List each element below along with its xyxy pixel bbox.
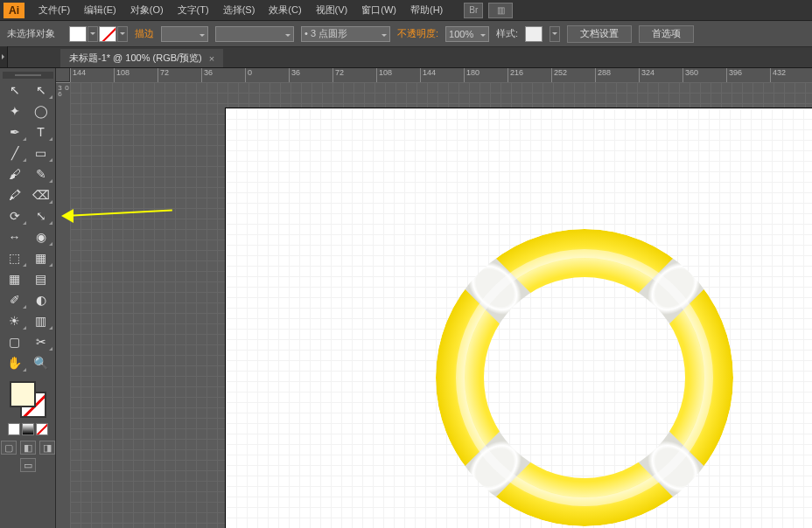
tool-free-transform[interactable]: ◉ xyxy=(29,227,53,247)
tool-magic-wand[interactable]: ✦ xyxy=(3,101,27,121)
color-mode-none[interactable] xyxy=(36,423,48,435)
menu-window[interactable]: 窗口(W) xyxy=(354,3,403,17)
close-icon[interactable]: × xyxy=(209,53,214,64)
tool-width[interactable]: ↔ xyxy=(3,227,27,247)
tool-rectangle[interactable]: ▭ xyxy=(29,143,53,163)
tool-scale[interactable]: ⤡ xyxy=(29,206,53,226)
tool-blend[interactable]: ◐ xyxy=(29,290,53,309)
draw-mode-normal[interactable]: ▢ xyxy=(1,441,17,455)
brush-select[interactable]: • 3 点圆形 xyxy=(301,26,390,42)
control-bar: 未选择对象 描边 • 3 点圆形 不透明度: 100% 样式: 文档设置 首选项 xyxy=(0,21,812,47)
tool-rotate[interactable]: ⟳ xyxy=(3,206,27,226)
panel-toggle[interactable] xyxy=(0,46,8,67)
tool-column-graph[interactable]: ▥ xyxy=(29,311,53,330)
tool-pencil[interactable]: ✎ xyxy=(29,164,53,184)
stroke-swatch[interactable] xyxy=(99,26,116,42)
tool-line[interactable]: ╱ xyxy=(3,143,27,163)
tool-mesh[interactable]: ▦ xyxy=(3,269,27,288)
screen-mode-button[interactable]: ▭ xyxy=(20,458,36,472)
tool-lasso[interactable]: ◯ xyxy=(29,101,53,121)
ruler-horizontal[interactable]: 1441087236036721081441802162522883243603… xyxy=(70,68,812,82)
menu-bar: Ai 文件(F) 编辑(E) 对象(O) 文字(T) 选择(S) 效果(C) 视… xyxy=(0,0,812,21)
toolbox-handle[interactable] xyxy=(3,72,53,79)
tool-selection[interactable]: ↖ xyxy=(3,80,27,100)
stroke-weight-select[interactable] xyxy=(161,26,208,42)
opacity-select[interactable]: 100% xyxy=(445,26,489,42)
stroke-label[interactable]: 描边 xyxy=(135,27,154,40)
canvas-area: 1441087236036721081441802162522883243603… xyxy=(56,68,812,528)
tool-blob-brush[interactable]: 🖍 xyxy=(3,185,27,205)
tool-shape-builder[interactable]: ⬚ xyxy=(3,248,27,267)
menu-view[interactable]: 视图(V) xyxy=(309,3,355,17)
tool-symbol-sprayer[interactable]: ☀ xyxy=(3,311,27,330)
menu-file[interactable]: 文件(F) xyxy=(32,3,77,17)
fill-stroke-indicator[interactable] xyxy=(10,381,46,418)
arrange-docs-icon[interactable]: ▥ xyxy=(488,3,513,18)
tool-paintbrush[interactable]: 🖌 xyxy=(3,164,27,184)
tool-type[interactable]: T xyxy=(29,122,53,142)
draw-mode-behind[interactable]: ◧ xyxy=(20,441,36,455)
bridge-icon[interactable]: Br xyxy=(464,3,483,18)
tool-direct-selection[interactable]: ↖ xyxy=(29,80,53,100)
selection-status: 未选择对象 xyxy=(7,27,55,40)
color-mode-gradient[interactable] xyxy=(22,423,34,435)
document-setup-button[interactable]: 文档设置 xyxy=(567,25,632,43)
menu-type[interactable]: 文字(T) xyxy=(171,3,216,17)
draw-mode-inside[interactable]: ◨ xyxy=(39,441,55,455)
preferences-button[interactable]: 首选项 xyxy=(639,25,694,43)
vstroke-profile-select[interactable] xyxy=(215,26,294,42)
menu-effect[interactable]: 效果(C) xyxy=(262,3,308,17)
tool-gradient[interactable]: ▤ xyxy=(29,269,53,288)
opacity-label[interactable]: 不透明度: xyxy=(397,27,438,40)
document-tab-title: 未标题-1* @ 100% (RGB/预览) xyxy=(69,52,202,65)
toolbox: ↖ ↖ ✦ ◯ ✒ T ╱ ▭ 🖌 ✎ 🖍 ⌫ ⟳ ⤡ ↔ ◉ ⬚ ▦ ▦ ▤ … xyxy=(0,68,56,528)
document-tab[interactable]: 未标题-1* @ 100% (RGB/预览) × xyxy=(60,49,223,67)
tool-slice[interactable]: ✂ xyxy=(29,332,53,351)
tool-perspective-grid[interactable]: ▦ xyxy=(29,248,53,267)
style-swatch[interactable] xyxy=(525,26,542,42)
ruler-vertical[interactable]: 0367210814418021625228832436039643246850… xyxy=(56,82,70,528)
tool-eyedropper[interactable]: ✐ xyxy=(3,290,27,309)
fill-swatch[interactable] xyxy=(69,26,87,42)
tool-pen[interactable]: ✒ xyxy=(3,122,27,142)
artwork-life-ring[interactable] xyxy=(427,220,742,528)
stroke-dropdown[interactable] xyxy=(117,26,128,42)
app-logo: Ai xyxy=(4,3,24,18)
menu-select[interactable]: 选择(S) xyxy=(216,3,262,17)
tool-zoom[interactable]: 🔍 xyxy=(29,353,53,372)
fill-color-icon[interactable] xyxy=(10,381,36,407)
menu-edit[interactable]: 编辑(E) xyxy=(77,3,123,17)
document-tab-bar: 未标题-1* @ 100% (RGB/预览) × xyxy=(0,47,812,68)
tool-eraser[interactable]: ⌫ xyxy=(29,185,53,205)
tool-hand[interactable]: ✋ xyxy=(3,353,27,372)
pasteboard[interactable] xyxy=(70,82,812,528)
style-dropdown[interactable] xyxy=(550,26,560,42)
tool-artboard[interactable]: ▢ xyxy=(3,332,27,351)
style-label: 样式: xyxy=(496,27,518,40)
ruler-origin[interactable] xyxy=(56,68,70,82)
fill-dropdown[interactable] xyxy=(88,26,98,42)
menu-object[interactable]: 对象(O) xyxy=(123,3,171,17)
menu-help[interactable]: 帮助(H) xyxy=(403,3,450,17)
color-mode-solid[interactable] xyxy=(8,423,20,435)
